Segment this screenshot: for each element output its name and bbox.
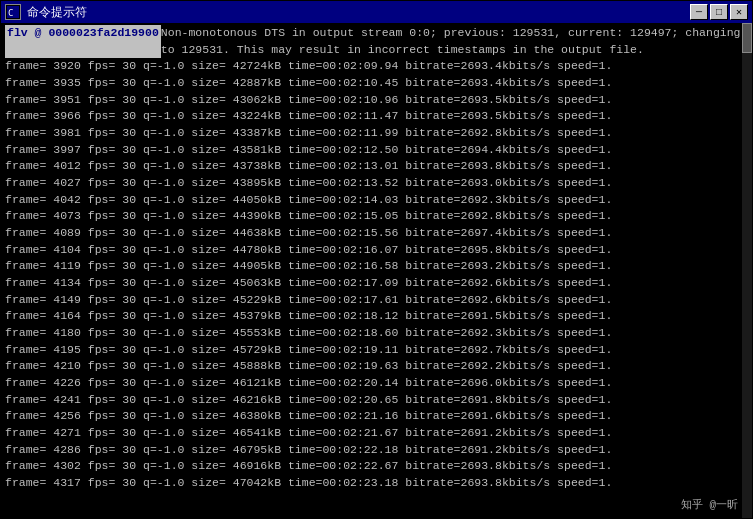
table-row: frame= 4210 fps= 30 q=-1.0 size= 45888kB… [5,358,748,375]
cmd-window: C 命令提示符 ─ □ ✕ flv @ 0000023fa2d19900 Non… [0,0,753,519]
table-row: frame= 3951 fps= 30 q=-1.0 size= 43062kB… [5,92,748,109]
table-row: frame= 4302 fps= 30 q=-1.0 size= 46916kB… [5,458,748,475]
table-row: frame= 4241 fps= 30 q=-1.0 size= 46216kB… [5,392,748,409]
table-row: frame= 4134 fps= 30 q=-1.0 size= 45063kB… [5,275,748,292]
warning-text: Non-monotonous DTS in output stream 0:0;… [161,25,748,58]
table-row: frame= 3966 fps= 30 q=-1.0 size= 43224kB… [5,108,748,125]
table-row: frame= 4271 fps= 30 q=-1.0 size= 46541kB… [5,425,748,442]
table-row: frame= 4164 fps= 30 q=-1.0 size= 45379kB… [5,308,748,325]
maximize-button[interactable]: □ [710,4,728,20]
table-row: frame= 3935 fps= 30 q=-1.0 size= 42887kB… [5,75,748,92]
table-row: frame= 4012 fps= 30 q=-1.0 size= 43738kB… [5,158,748,175]
table-row: frame= 4089 fps= 30 q=-1.0 size= 44638kB… [5,225,748,242]
title-bar-buttons: ─ □ ✕ [690,4,748,20]
cmd-icon: C [5,4,21,20]
table-row: frame= 3997 fps= 30 q=-1.0 size= 43581kB… [5,142,748,159]
table-row: frame= 4027 fps= 30 q=-1.0 size= 43895kB… [5,175,748,192]
table-row: frame= 4149 fps= 30 q=-1.0 size= 45229kB… [5,292,748,309]
table-row: frame= 4195 fps= 30 q=-1.0 size= 45729kB… [5,342,748,359]
table-row: frame= 4042 fps= 30 q=-1.0 size= 44050kB… [5,192,748,209]
table-row: frame= 4104 fps= 30 q=-1.0 size= 44780kB… [5,242,748,259]
table-row: frame= 4073 fps= 30 q=-1.0 size= 44390kB… [5,208,748,225]
table-row: frame= 3981 fps= 30 q=-1.0 size= 43387kB… [5,125,748,142]
table-row: frame= 4180 fps= 30 q=-1.0 size= 45553kB… [5,325,748,342]
window-title: 命令提示符 [27,4,87,21]
console-body[interactable]: flv @ 0000023fa2d19900 Non-monotonous DT… [1,23,752,518]
watermark: 知乎 @一昕 [681,498,738,514]
table-row: frame= 4256 fps= 30 q=-1.0 size= 46380kB… [5,408,748,425]
svg-text:C: C [8,8,13,18]
minimize-button[interactable]: ─ [690,4,708,20]
scrollbar-thumb[interactable] [742,23,752,53]
title-bar-left: C 命令提示符 [5,4,87,21]
close-button[interactable]: ✕ [730,4,748,20]
table-row: frame= 3920 fps= 30 q=-1.0 size= 42724kB… [5,58,748,75]
title-bar: C 命令提示符 ─ □ ✕ [1,1,752,23]
table-row: frame= 4226 fps= 30 q=-1.0 size= 46121kB… [5,375,748,392]
table-row: frame= 4286 fps= 30 q=-1.0 size= 46795kB… [5,442,748,459]
table-row: frame= 4119 fps= 30 q=-1.0 size= 44905kB… [5,258,748,275]
table-row: frame= 4317 fps= 30 q=-1.0 size= 47042kB… [5,475,748,492]
warning-tag: flv @ 0000023fa2d19900 [5,25,161,58]
warning-line: flv @ 0000023fa2d19900 Non-monotonous DT… [5,25,748,58]
data-lines: frame= 3920 fps= 30 q=-1.0 size= 42724kB… [5,58,748,491]
scrollbar[interactable] [742,23,752,518]
